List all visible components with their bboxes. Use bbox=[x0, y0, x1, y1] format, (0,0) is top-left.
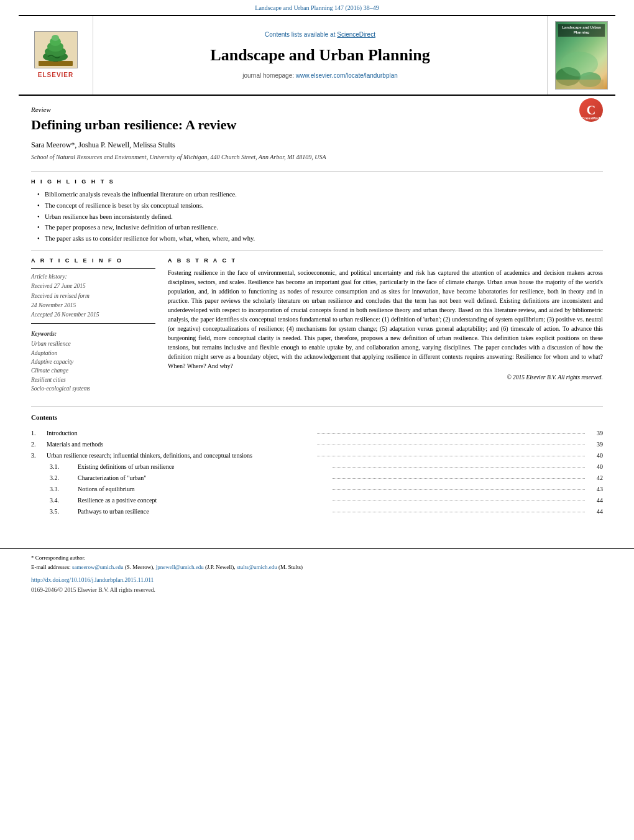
contents-dots bbox=[333, 495, 585, 501]
article-info-label: A R T I C L E I N F O bbox=[31, 257, 155, 265]
email-link-newell[interactable]: jpnewell@umich.edu bbox=[156, 564, 204, 570]
article-info-col: A R T I C L E I N F O Article history: R… bbox=[31, 257, 155, 394]
email-addresses: E-mail addresses: sameerow@umich.edu (S.… bbox=[31, 563, 603, 571]
email-link-stults[interactable]: stults@umich.edu bbox=[237, 564, 277, 570]
contents-title: Contents bbox=[31, 413, 603, 422]
elsevier-logo: ELSEVIER bbox=[34, 31, 78, 80]
contents-dots bbox=[333, 484, 585, 490]
info-divider-1 bbox=[31, 268, 155, 269]
sciencedirect-availability: Contents lists available at ScienceDirec… bbox=[265, 30, 375, 39]
abstract-col: A B S T R A C T Fostering resilience in … bbox=[168, 257, 603, 394]
doi-link[interactable]: http://dx.doi.org/10.1016/j.landurbplan.… bbox=[31, 576, 603, 584]
abstract-text: Fostering resilience in the face of envi… bbox=[168, 268, 603, 371]
svg-point-6 bbox=[52, 35, 59, 41]
contents-sub-item: 3.2. Characterization of "urban" 42 bbox=[31, 473, 603, 484]
contents-dots bbox=[317, 428, 585, 434]
highlight-item: The paper proposes a new, inclusive defi… bbox=[37, 223, 603, 233]
svg-point-11 bbox=[561, 52, 598, 76]
contents-dots bbox=[317, 450, 585, 456]
contents-sub-item: 3.1. Existing definitions of urban resil… bbox=[31, 461, 603, 473]
keywords-label: Keywords: bbox=[31, 330, 155, 338]
contents-page: 44 bbox=[587, 495, 603, 506]
highlight-item: Bibliometric analysis reveals the influe… bbox=[37, 190, 603, 200]
main-content: Review Defining urban resilience: A revi… bbox=[0, 96, 634, 530]
divider-1 bbox=[31, 171, 603, 172]
contents-title-text: Urban resilience research; influential t… bbox=[47, 450, 315, 461]
journal-title-area: Contents lists available at ScienceDirec… bbox=[93, 16, 547, 95]
highlight-item: Urban resilience has been inconsistently… bbox=[37, 213, 603, 222]
sciencedirect-link[interactable]: ScienceDirect bbox=[337, 31, 375, 38]
elsevier-text: ELSEVIER bbox=[38, 71, 73, 80]
highlights-label: H I G H L I G H T S bbox=[31, 178, 603, 186]
author-ref: (M. Stults) bbox=[278, 564, 303, 570]
cover-title-text: Landscape and Urban Planning bbox=[558, 24, 605, 37]
article-authors: Sara Meerow*, Joshua P. Newell, Melissa … bbox=[31, 140, 603, 150]
contents-title-text: Resilience as a positive concept bbox=[78, 495, 330, 506]
contents-section: Contents 1. Introduction 39 2. Materials… bbox=[31, 406, 603, 517]
contents-sub-item: 3.5. Pathways to urban resilience 44 bbox=[31, 506, 603, 517]
article-affiliation: School of Natural Resources and Environm… bbox=[31, 153, 603, 162]
issn-copyright: 0169-2046/© 2015 Elsevier B.V. All right… bbox=[31, 586, 603, 594]
corresponding-author-note: * Corresponding author. bbox=[31, 554, 603, 562]
contents-num: 2. bbox=[31, 439, 47, 450]
contents-dots bbox=[333, 506, 585, 512]
contents-item: 3. Urban resilience research; influentia… bbox=[31, 450, 603, 461]
received-date: Received 27 June 2015 bbox=[31, 283, 86, 289]
contents-sub-num: 3.3. bbox=[50, 484, 78, 495]
contents-sub-num: 3.5. bbox=[50, 506, 78, 517]
author-ref: (J.P. Newell), bbox=[205, 564, 237, 570]
contents-list: 1. Introduction 39 2. Materials and meth… bbox=[31, 428, 603, 517]
contents-page: 39 bbox=[587, 439, 603, 450]
keywords-list: Urban resilience Adaptation Adaptive cap… bbox=[31, 340, 155, 393]
contents-num: 1. bbox=[31, 428, 47, 439]
contents-title-text: Materials and methods bbox=[47, 439, 315, 450]
keyword-item: Socio-ecological systems bbox=[31, 385, 155, 393]
contents-title-text: Characterization of "urban" bbox=[78, 473, 330, 484]
contents-title-text: Pathways to urban resilience bbox=[78, 506, 330, 517]
abstract-label: A B S T R A C T bbox=[168, 257, 603, 265]
highlights-list: Bibliometric analysis reveals the influe… bbox=[31, 190, 603, 243]
journal-citation-link[interactable]: Landscape and Urban Planning 147 (2016) … bbox=[255, 4, 379, 11]
page: Landscape and Urban Planning 147 (2016) … bbox=[0, 0, 634, 840]
contents-page: 43 bbox=[587, 484, 603, 495]
svg-rect-10 bbox=[556, 80, 604, 89]
email-link-meerow[interactable]: sameerow@umich.edu bbox=[72, 564, 124, 570]
tree-svg bbox=[35, 33, 76, 67]
info-abstract-section: A R T I C L E I N F O Article history: R… bbox=[31, 257, 603, 394]
contents-page: 40 bbox=[587, 450, 603, 461]
contents-item: 2. Materials and methods 39 bbox=[31, 439, 603, 450]
keyword-item: Urban resilience bbox=[31, 340, 155, 348]
contents-title-text: Introduction bbox=[47, 428, 315, 439]
contents-page: 39 bbox=[587, 428, 603, 439]
highlight-item: The paper asks us to consider resilience… bbox=[37, 234, 603, 244]
history-label: Article history: bbox=[31, 272, 155, 282]
contents-page: 44 bbox=[587, 506, 603, 517]
divider-2 bbox=[31, 250, 603, 251]
page-footer: * Corresponding author. E-mail addresses… bbox=[0, 548, 634, 604]
highlight-item: The concept of resilience is beset by si… bbox=[37, 201, 603, 211]
contents-title-text: Notions of equilibrium bbox=[78, 484, 330, 495]
copyright-text: © 2015 Elsevier B.V. All rights reserved… bbox=[168, 374, 603, 382]
contents-title-text: Existing definitions of urban resilience bbox=[78, 461, 330, 473]
contents-page: 40 bbox=[587, 461, 603, 473]
contents-sub-item: 3.3. Notions of equilibrium 43 bbox=[31, 484, 603, 495]
journal-homepage: journal homepage: www.elsevier.com/locat… bbox=[242, 72, 398, 80]
journal-cover-area: Landscape and Urban Planning bbox=[547, 16, 615, 95]
contents-num: 3. bbox=[31, 450, 47, 461]
keyword-item: Adaptive capacity bbox=[31, 358, 155, 366]
contents-sub-num: 3.2. bbox=[50, 473, 78, 484]
crossmark-icon: C CrossMark bbox=[579, 98, 603, 122]
accepted-date: Accepted 26 November 2015 bbox=[31, 312, 99, 318]
keyword-item: Climate change bbox=[31, 367, 155, 375]
article-type: Review bbox=[31, 105, 603, 114]
info-divider-2 bbox=[31, 323, 155, 324]
contents-dots bbox=[333, 473, 585, 479]
cover-landscape-svg bbox=[556, 45, 604, 89]
contents-sub-num: 3.1. bbox=[50, 461, 78, 473]
keywords-section: Keywords: Urban resilience Adaptation Ad… bbox=[31, 330, 155, 393]
journal-url[interactable]: www.elsevier.com/locate/landurbplan bbox=[296, 72, 398, 79]
contents-item: 1. Introduction 39 bbox=[31, 428, 603, 439]
crossmark-badge[interactable]: C CrossMark bbox=[579, 98, 603, 122]
author-ref: (S. Meerow), bbox=[125, 564, 156, 570]
keyword-item: Resilient cities bbox=[31, 376, 155, 384]
